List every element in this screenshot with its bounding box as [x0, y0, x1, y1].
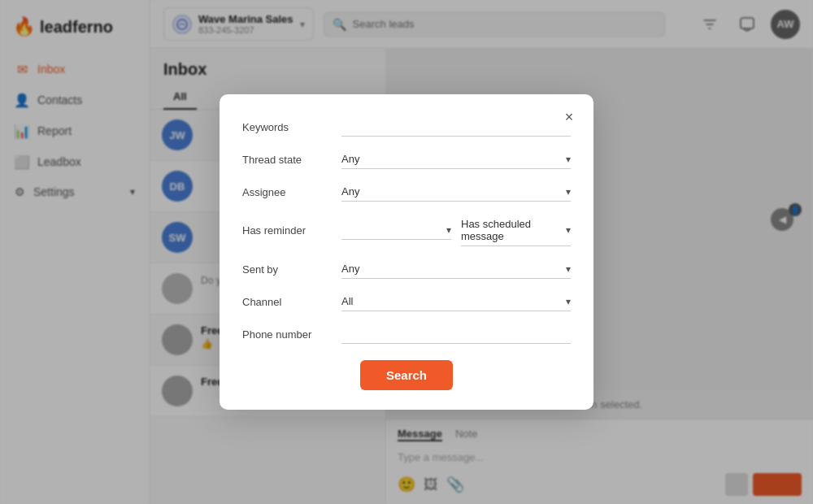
channel-label: Channel: [242, 296, 332, 308]
keywords-label: Keywords: [242, 121, 332, 133]
channel-field: Channel All ▾: [242, 292, 571, 311]
sent-by-label: Sent by: [242, 263, 332, 276]
channel-chevron-icon: ▾: [566, 296, 571, 307]
channel-value: All: [341, 295, 353, 307]
thread-state-chevron-icon: ▾: [566, 154, 571, 165]
thread-state-label: Thread state: [242, 154, 332, 166]
has-scheduled-label: Has scheduled message: [461, 218, 566, 242]
assignee-chevron-icon: ▾: [566, 186, 571, 198]
phone-number-field: Phone number: [242, 324, 571, 344]
sent-by-value: Any: [341, 263, 359, 275]
has-reminder-label: Has reminder: [242, 224, 332, 237]
reminder-scheduled-row: Has reminder ▾ Has scheduled message ▾: [242, 215, 571, 246]
assignee-value: Any: [341, 185, 359, 198]
phone-number-label: Phone number: [242, 328, 332, 341]
modal-overlay: × Keywords Thread state Any ▾ Assignee A…: [0, 0, 813, 504]
has-reminder-chevron-icon: ▾: [446, 224, 451, 236]
channel-select[interactable]: All ▾: [341, 292, 571, 311]
keywords-field: Keywords: [242, 117, 571, 137]
has-scheduled-chevron-icon: ▾: [566, 224, 571, 236]
search-button[interactable]: Search: [360, 360, 453, 390]
thread-state-field: Thread state Any ▾: [242, 150, 571, 169]
has-reminder-select[interactable]: ▾: [341, 221, 451, 240]
assignee-field: Assignee Any ▾: [242, 182, 571, 202]
keywords-input[interactable]: [341, 117, 571, 137]
sent-by-chevron-icon: ▾: [566, 263, 571, 275]
sent-by-field: Sent by Any ▾: [242, 259, 571, 279]
has-scheduled-select[interactable]: Has scheduled message ▾: [461, 215, 571, 246]
thread-state-select[interactable]: Any ▾: [341, 150, 571, 169]
modal-footer: Search: [242, 360, 571, 390]
sent-by-select[interactable]: Any ▾: [341, 259, 571, 279]
modal-close-button[interactable]: ×: [558, 106, 580, 128]
thread-state-value: Any: [341, 153, 359, 165]
assignee-select[interactable]: Any ▾: [341, 182, 571, 202]
phone-number-input[interactable]: [341, 324, 571, 344]
assignee-label: Assignee: [242, 186, 332, 198]
filter-modal: × Keywords Thread state Any ▾ Assignee A…: [220, 94, 593, 410]
